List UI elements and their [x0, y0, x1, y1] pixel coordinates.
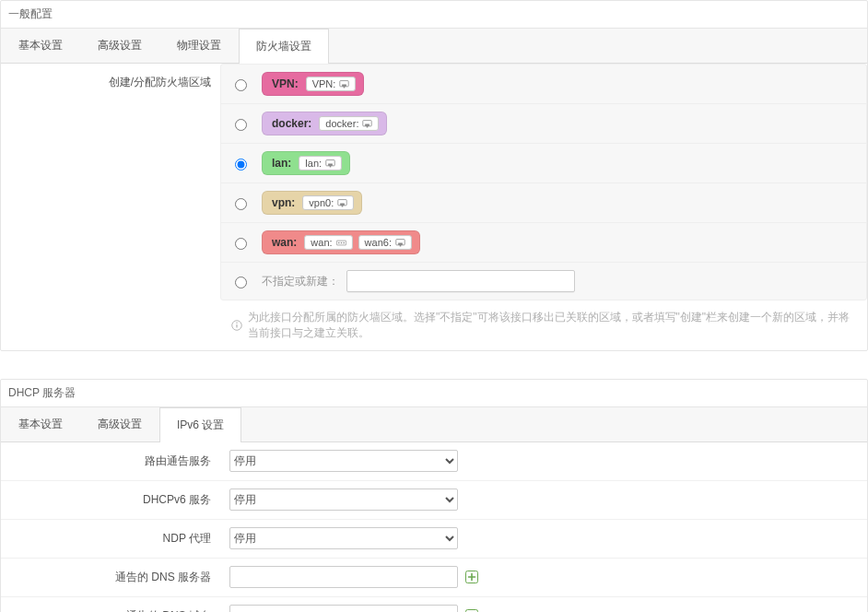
zone-iface-4-1[interactable]: wan6: — [358, 235, 412, 250]
zone-radio-1[interactable] — [235, 119, 247, 131]
ipv6-row-label-1: DHCPv6 服务 — [1, 481, 220, 519]
general-tabs: 基本设置高级设置物理设置防火墙设置 — [1, 29, 867, 64]
zone-badge-3[interactable]: vpn:vpn0: — [262, 191, 362, 215]
zone-iface-4-0[interactable]: wan: — [304, 235, 352, 250]
firewall-zone-hint-text: 为此接口分配所属的防火墙区域。选择"不指定"可将该接口移出已关联的区域，或者填写… — [248, 310, 856, 341]
general-tab-body: 创建/分配防火墙区域 VPN:VPN:docker:docker:lan:lan… — [1, 64, 867, 350]
general-config-title: 一般配置 — [1, 1, 867, 29]
dhcp-tab-0[interactable]: 基本设置 — [1, 407, 80, 441]
svg-rect-10 — [340, 203, 345, 205]
info-icon — [231, 320, 242, 331]
ipv6-select-1[interactable]: 停用 — [229, 488, 458, 511]
dhcp-ipv6-body: 路由通告服务停用DHCPv6 服务停用NDP 代理停用通告的 DNS 服务器通告… — [1, 442, 867, 612]
svg-rect-20 — [236, 324, 237, 328]
dhcp-title: DHCP 服务器 — [1, 380, 867, 407]
zone-badge-2[interactable]: lan:lan: — [262, 151, 350, 175]
svg-rect-14 — [340, 241, 341, 242]
port-icon — [395, 238, 405, 248]
switch-icon — [336, 238, 346, 248]
general-tab-1[interactable]: 高级设置 — [80, 29, 159, 63]
ipv6-row-field-3 — [220, 559, 867, 595]
firewall-zone-panel: VPN:VPN:docker:docker:lan:lan:vpn:vpn0:w… — [220, 64, 867, 300]
svg-rect-17 — [398, 242, 403, 244]
svg-rect-7 — [328, 163, 333, 165]
zone-name-2: lan: — [270, 157, 293, 170]
ipv6-row-label-2: NDP 代理 — [1, 520, 220, 558]
zone-badge-1[interactable]: docker:docker: — [262, 112, 387, 135]
svg-rect-4 — [366, 124, 370, 125]
ipv6-row-4: 通告的 DNS 域名 — [1, 597, 867, 612]
firewall-zone-hint: 为此接口分配所属的防火墙区域。选择"不指定"可将该接口移出已关联的区域，或者填写… — [220, 300, 867, 350]
svg-rect-2 — [344, 86, 346, 88]
add-icon[interactable] — [465, 571, 478, 583]
ipv6-row-3: 通告的 DNS 服务器 — [1, 559, 867, 597]
zone-row-0: VPN:VPN: — [221, 65, 866, 104]
zone-row-4: wan:wan:wan6: — [221, 223, 866, 263]
ipv6-row-field-2: 停用 — [220, 520, 867, 557]
ipv6-row-2: NDP 代理停用 — [1, 520, 867, 559]
zone-name-1: docker: — [270, 117, 313, 130]
dhcp-tab-1[interactable]: 高级设置 — [80, 407, 159, 441]
dhcp-tab-2[interactable]: IPv6 设置 — [159, 407, 241, 442]
general-config-section: 一般配置 基本设置高级设置物理设置防火墙设置 创建/分配防火墙区域 VPN:VP… — [0, 0, 868, 351]
dhcp-tabs: 基本设置高级设置IPv6 设置 — [1, 407, 867, 442]
zone-iface-2-0[interactable]: lan: — [299, 156, 342, 171]
svg-rect-5 — [367, 125, 369, 127]
ipv6-select-2[interactable]: 停用 — [229, 527, 458, 549]
port-icon — [325, 159, 335, 169]
ipv6-row-label-3: 通告的 DNS 服务器 — [1, 559, 220, 596]
zone-row-2: lan:lan: — [221, 144, 866, 183]
zone-iface-label-4-0: wan: — [311, 237, 332, 248]
zone-name-3: vpn: — [270, 196, 297, 209]
ipv6-row-label-0: 路由通告服务 — [1, 442, 220, 480]
dhcp-section: DHCP 服务器 基本设置高级设置IPv6 设置 路由通告服务停用DHCPv6 … — [0, 379, 868, 612]
zone-badge-4[interactable]: wan:wan:wan6: — [262, 230, 420, 254]
ipv6-row-field-4 — [220, 597, 867, 612]
zone-iface-0-0[interactable]: VPN: — [306, 76, 357, 91]
zone-iface-label-1-0: docker: — [325, 118, 358, 129]
general-tab-0[interactable]: 基本设置 — [1, 29, 80, 63]
ipv6-input-3[interactable] — [229, 566, 458, 588]
firewall-zone-label: 创建/分配防火墙区域 — [1, 64, 220, 101]
general-tab-3[interactable]: 防火墙设置 — [239, 29, 329, 64]
ipv6-row-field-1: 停用 — [220, 481, 867, 518]
svg-rect-18 — [400, 244, 402, 246]
zone-row-create: 不指定或新建： — [221, 263, 866, 300]
ipv6-input-4[interactable] — [229, 605, 458, 612]
port-icon — [362, 119, 372, 129]
zone-radio-3[interactable] — [235, 198, 247, 210]
zone-name-4: wan: — [270, 236, 299, 249]
zone-radio-2[interactable] — [235, 159, 247, 171]
zone-iface-1-0[interactable]: docker: — [319, 116, 379, 131]
zone-iface-label-4-1: wan6: — [365, 237, 392, 248]
ipv6-row-label-4: 通告的 DNS 域名 — [1, 597, 220, 612]
svg-rect-11 — [342, 205, 344, 206]
ipv6-row-1: DHCPv6 服务停用 — [1, 481, 867, 520]
zone-iface-label-3-0: vpn0: — [309, 197, 334, 208]
ipv6-row-field-0: 停用 — [220, 442, 867, 479]
zone-row-3: vpn:vpn0: — [221, 183, 866, 223]
ipv6-row-0: 路由通告服务停用 — [1, 442, 867, 481]
ipv6-select-0[interactable]: 停用 — [229, 450, 458, 472]
svg-rect-1 — [343, 84, 347, 86]
svg-rect-8 — [330, 165, 332, 167]
zone-name-0: VPN: — [270, 77, 300, 90]
zone-create-label: 不指定或新建： — [262, 274, 339, 289]
zone-iface-label-0-0: VPN: — [312, 78, 336, 89]
zone-iface-label-2-0: lan: — [305, 158, 322, 169]
port-icon — [339, 79, 349, 89]
svg-point-21 — [236, 322, 238, 324]
general-tab-2[interactable]: 物理设置 — [159, 29, 239, 63]
zone-badge-0[interactable]: VPN:VPN: — [262, 72, 364, 96]
svg-rect-13 — [338, 241, 339, 242]
zone-iface-3-0[interactable]: vpn0: — [302, 195, 354, 210]
zone-row-1: docker:docker: — [221, 104, 866, 144]
port-icon — [337, 198, 347, 208]
zone-radio-4[interactable] — [235, 238, 247, 250]
zone-radio-create[interactable] — [235, 277, 247, 288]
zone-radio-0[interactable] — [235, 79, 247, 91]
zone-create-input[interactable] — [346, 270, 575, 292]
svg-rect-15 — [343, 241, 344, 242]
